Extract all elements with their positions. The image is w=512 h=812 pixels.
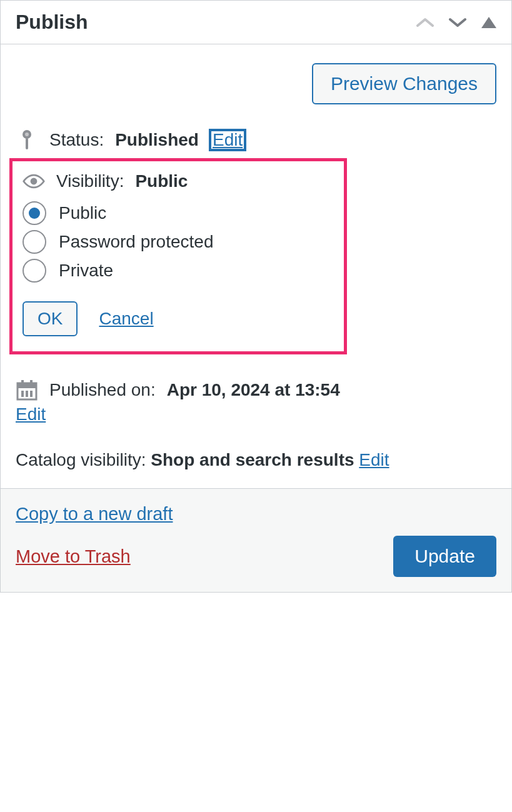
option-label: Public — [59, 203, 106, 223]
pin-icon — [16, 129, 38, 151]
move-up-icon[interactable] — [416, 17, 434, 28]
svg-rect-5 — [18, 383, 36, 388]
status-value: Published — [115, 130, 199, 150]
svg-rect-10 — [30, 391, 33, 397]
collapse-icon[interactable] — [481, 17, 496, 28]
radio-icon[interactable] — [23, 201, 46, 225]
status-edit-link[interactable]: Edit — [210, 130, 245, 150]
svg-point-3 — [31, 178, 38, 185]
move-to-trash-link[interactable]: Move to Trash — [16, 546, 131, 567]
catalog-value: Shop and search results — [151, 450, 354, 469]
visibility-value: Public — [135, 171, 188, 191]
visibility-option-password-protected[interactable]: Password protected — [23, 230, 334, 254]
catalog-label: Catalog visibility: — [16, 450, 146, 469]
cancel-link[interactable]: Cancel — [99, 309, 153, 329]
radio-icon[interactable] — [23, 259, 46, 283]
panel-footer: Copy to a new draft Move to Trash Update — [1, 488, 511, 592]
panel-header: Publish — [1, 1, 511, 44]
published-label: Published on: — [49, 380, 156, 400]
published-edit-link[interactable]: Edit — [16, 404, 46, 424]
publish-panel: Publish Preview Changes Status: — [0, 0, 512, 593]
visibility-option-public[interactable]: Public — [23, 201, 334, 225]
panel-body: Preview Changes Status: Published Edit — [1, 44, 511, 488]
visibility-option-private[interactable]: Private — [23, 259, 334, 283]
visibility-label: Visibility: — [56, 171, 124, 191]
svg-rect-7 — [30, 380, 33, 385]
catalog-section: Catalog visibility: Shop and search resu… — [16, 447, 496, 473]
catalog-edit-link[interactable]: Edit — [359, 450, 389, 469]
update-button[interactable]: Update — [393, 536, 496, 577]
option-label: Private — [59, 261, 113, 281]
panel-controls — [416, 17, 496, 28]
status-label: Status: — [49, 130, 104, 150]
svg-point-1 — [25, 133, 29, 136]
move-down-icon[interactable] — [449, 17, 466, 28]
visibility-section: Visibility: Public Public Password prote… — [9, 158, 347, 354]
panel-title: Publish — [16, 11, 88, 34]
svg-rect-2 — [26, 138, 28, 149]
radio-icon[interactable] — [23, 230, 46, 254]
status-row: Status: Published Edit — [16, 129, 496, 151]
preview-changes-button[interactable]: Preview Changes — [312, 63, 496, 104]
calendar-icon — [16, 379, 38, 401]
eye-icon — [23, 173, 45, 189]
published-value: Apr 10, 2024 at 13:54 — [167, 380, 340, 400]
ok-button[interactable]: OK — [23, 301, 78, 336]
copy-draft-link[interactable]: Copy to a new draft — [16, 504, 173, 524]
published-section: Published on: Apr 10, 2024 at 13:54 Edit — [16, 379, 496, 424]
visibility-row: Visibility: Public — [23, 171, 334, 191]
svg-rect-9 — [26, 391, 28, 397]
preview-row: Preview Changes — [16, 63, 496, 104]
svg-rect-8 — [21, 391, 24, 397]
visibility-options: Public Password protected Private — [23, 201, 334, 283]
option-label: Password protected — [59, 232, 213, 252]
svg-rect-6 — [21, 380, 24, 385]
visibility-actions: OK Cancel — [23, 301, 334, 336]
